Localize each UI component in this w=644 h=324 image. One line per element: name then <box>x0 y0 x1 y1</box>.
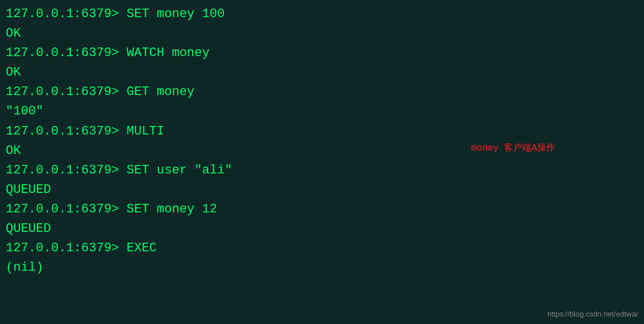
terminal-line-3: 127.0.0.1:6379> WATCH money <box>6 44 638 63</box>
terminal-line-9: 127.0.0.1:6379> SET user "ali" <box>6 161 638 180</box>
terminal-line-5: 127.0.0.1:6379> GET money <box>6 82 638 102</box>
terminal-line-2: OK <box>6 24 638 44</box>
watermark-label: https://blog.csdn.net/edtwar <box>547 310 638 318</box>
terminal-line-1: 127.0.0.1:6379> SET money 100 <box>6 5 638 24</box>
annotation-label: money 客户端A操作 <box>471 142 555 154</box>
terminal-line-4: OK <box>6 63 638 82</box>
terminal-line-14: (nil) <box>6 258 638 278</box>
terminal-line-11: 127.0.0.1:6379> SET money 12 <box>6 200 638 219</box>
terminal-line-12: QUEUED <box>6 219 638 239</box>
terminal-line-6: "100" <box>6 102 638 121</box>
terminal-line-13: 127.0.0.1:6379> EXEC <box>6 239 638 258</box>
terminal-line-7: 127.0.0.1:6379> MULTI <box>6 122 638 141</box>
terminal-line-10: QUEUED <box>6 180 638 200</box>
terminal-window: 127.0.0.1:6379> SET money 100 OK 127.0.0… <box>0 0 644 324</box>
